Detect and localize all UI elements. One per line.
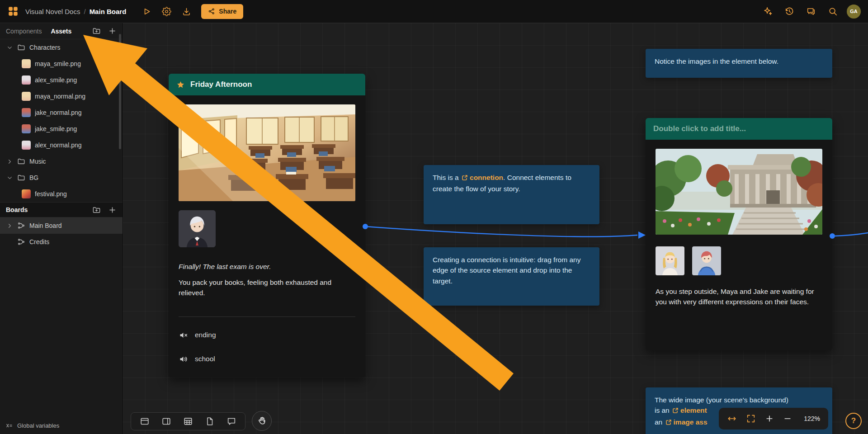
note-link-image-asset[interactable]: image ass [674, 418, 708, 426]
boards-section-header: Boards [0, 202, 123, 217]
board-item-credits[interactable]: Credits [0, 234, 123, 250]
note-link-element[interactable]: element [680, 406, 707, 414]
folder-row-bg[interactable]: BG [0, 170, 123, 186]
asset-item[interactable]: jake_normal.png [0, 104, 123, 121]
note-connection[interactable]: This is a connetion. Connect elements to… [424, 165, 599, 224]
play-button[interactable] [139, 4, 154, 19]
note-link-connection[interactable]: connetion [470, 174, 503, 181]
settings-gear-icon[interactable] [159, 4, 174, 19]
user-avatar[interactable]: GA [847, 5, 861, 19]
download-icon[interactable] [179, 4, 194, 19]
board-icon [17, 222, 25, 230]
folder-name: BG [29, 174, 38, 181]
add-asset-icon[interactable] [108, 27, 117, 35]
asset-item[interactable]: maya_normal.png [0, 88, 123, 104]
chevron-right-icon[interactable] [6, 158, 13, 165]
asset-name: festival.png [35, 190, 67, 198]
node-title: Friday Afternoon [190, 80, 252, 89]
fit-width-icon[interactable] [727, 414, 737, 424]
fullscreen-icon[interactable] [746, 414, 756, 424]
tab-components[interactable]: Components [6, 28, 42, 35]
note-text: This is a connetion. Connect elements to… [433, 174, 571, 193]
global-variables-button[interactable]: Global variables [0, 417, 123, 434]
app-logo-icon[interactable] [7, 5, 19, 17]
asset-item[interactable]: jake_smile.png [0, 121, 123, 137]
folder-icon [17, 157, 25, 165]
add-board-icon[interactable] [108, 206, 117, 214]
audio-row-ending[interactable]: ending [179, 330, 355, 340]
asset-item[interactable]: alex_normal.png [0, 137, 123, 153]
element-node-untitled[interactable]: Double click to add title... [646, 118, 832, 350]
asset-thumbnail [22, 92, 31, 101]
tab-assets[interactable]: Assets [51, 28, 71, 35]
character-avatar-alex[interactable] [179, 210, 216, 247]
pan-hand-tool[interactable] [252, 411, 272, 431]
table-icon[interactable] [178, 414, 198, 429]
component-link-icon [665, 418, 672, 428]
board-item-main-board[interactable]: Main Board [0, 217, 123, 234]
comments-icon[interactable] [803, 4, 819, 19]
folder-name: Characters [29, 44, 60, 51]
sidebar-scrollbar[interactable] [119, 34, 121, 149]
character-avatar-jake[interactable] [692, 246, 721, 275]
folder-name: Music [29, 158, 46, 165]
asset-name: maya_smile.png [35, 60, 81, 67]
note-drag[interactable]: Creating a connection is intuitive: drag… [424, 247, 599, 306]
breadcrumb-project[interactable]: Visual Novel Docs [25, 8, 80, 15]
park-building-image[interactable] [656, 149, 822, 235]
breadcrumb-separator: / [84, 8, 85, 15]
asset-item[interactable]: maya_smile.png [0, 56, 123, 72]
magic-sparkles-icon[interactable] [760, 4, 775, 19]
side-panel-icon[interactable] [156, 414, 176, 429]
element-node-friday-afternoon[interactable]: Friday Afternoon [169, 74, 365, 377]
chevron-right-icon[interactable] [6, 222, 13, 229]
character-portrait [656, 246, 684, 275]
node-audio-section: ending school [169, 317, 365, 377]
folder-row-music[interactable]: Music [0, 153, 123, 170]
zoom-out-icon[interactable] [783, 414, 792, 423]
history-icon[interactable] [782, 4, 797, 19]
folder-icon [17, 43, 25, 52]
connection-line[interactable] [835, 233, 868, 236]
connection-line[interactable] [365, 226, 637, 236]
node-header[interactable]: Friday Afternoon [169, 74, 365, 95]
character-avatar-maya[interactable] [656, 246, 684, 275]
zoom-controls: 122% [719, 408, 828, 429]
board-canvas[interactable]: Notice the images in the element below. … [123, 23, 868, 434]
note-text: Notice the images in the element below. [655, 57, 778, 65]
asset-item[interactable]: alex_smile.png [0, 72, 123, 88]
help-button[interactable]: ? [845, 413, 862, 429]
share-button[interactable]: Share [201, 4, 243, 19]
asset-thumbnail [22, 141, 31, 150]
connection-arrowhead [638, 231, 646, 239]
zoom-level: 122% [801, 415, 820, 422]
sidebar: Components Assets Characters maya_smile.… [0, 23, 123, 434]
note-page-icon[interactable] [200, 414, 220, 429]
breadcrumb-current[interactable]: Main Board [90, 8, 127, 15]
zoom-in-icon[interactable] [765, 414, 774, 423]
node-header[interactable]: Double click to add title... [646, 118, 832, 140]
variables-icon [5, 422, 13, 429]
asset-name: maya_normal.png [35, 93, 85, 100]
dialogue-line-italic: Finally! The last exam is over. [179, 263, 355, 271]
add-element-icon[interactable] [135, 414, 155, 429]
dialogue-line: You pack your books, feeling both exhaus… [179, 277, 355, 298]
node-text: As you step outside, Maya and Jake are w… [656, 286, 822, 307]
comment-icon[interactable] [222, 414, 241, 429]
audio-row-school[interactable]: school [179, 354, 355, 364]
note-notice[interactable]: Notice the images in the element below. [646, 49, 832, 78]
asset-name: alex_normal.png [35, 142, 82, 149]
chevron-down-icon[interactable] [6, 44, 13, 51]
node-title-placeholder: Double click to add title... [653, 124, 746, 133]
asset-item[interactable]: festival.png [0, 186, 123, 202]
chevron-down-icon[interactable] [6, 175, 13, 181]
asset-thumbnail [22, 75, 31, 85]
classroom-image[interactable] [179, 104, 355, 201]
board-name: Credits [29, 238, 49, 245]
folder-row-characters[interactable]: Characters [0, 39, 123, 56]
search-icon[interactable] [825, 4, 840, 19]
note-text: Creating a connection is intuitive: drag… [433, 256, 580, 285]
component-link-icon [462, 173, 468, 184]
new-folder-icon[interactable] [92, 27, 101, 35]
new-board-folder-icon[interactable] [92, 206, 101, 214]
